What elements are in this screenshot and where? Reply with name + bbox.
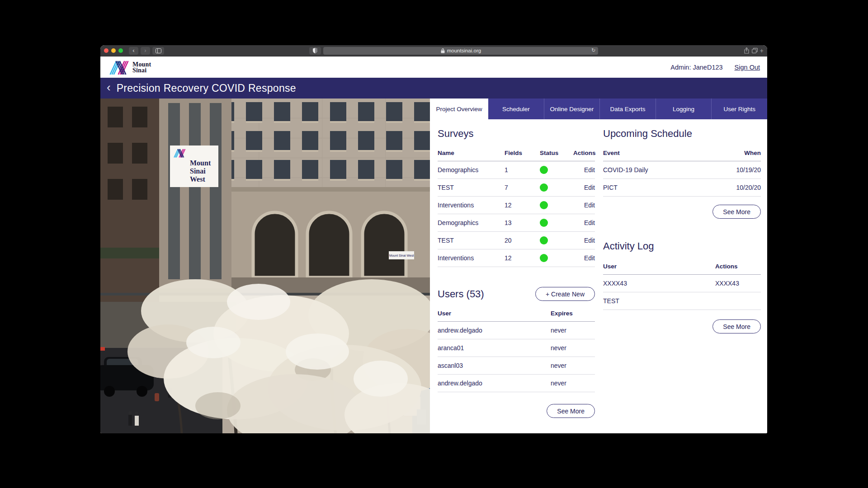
activity-col-actions: Actions [715,255,761,275]
sign-out-link[interactable]: Sign Out [735,64,760,71]
status-green-dot [540,166,548,174]
status-green-dot [540,219,548,227]
tab-user-rights[interactable]: User Rights [711,99,767,119]
schedule-row: COVID-19 Daily 10/19/20 [603,161,761,179]
site-header: Mount Sinai Admin: JaneD123 Sign Out [100,56,767,78]
page-title-bar: ‹ Precision Recovery COVID Response [100,78,767,99]
sidebar-toggle-icon[interactable] [152,47,164,55]
building-photo: Mount Sinai West [100,99,430,433]
svg-text:West: West [190,175,205,183]
share-icon[interactable] [744,47,750,54]
survey-row: Interventions 12 Edit [438,249,595,267]
status-green-dot [540,201,548,209]
activity-row: XXXX43 XXXX43 [603,275,761,292]
address-bar[interactable]: mountsinai.org ↻ [323,47,598,55]
admin-user-label: Admin: JaneD123 [670,64,722,71]
tab-project-overview[interactable]: Project Overview [430,99,488,119]
window-close-button[interactable] [104,48,108,53]
reload-icon[interactable]: ↻ [591,47,595,53]
url-text: mountsinai.org [447,48,481,53]
survey-row: Demographics 13 Edit [438,214,595,232]
browser-forward-button[interactable]: › [141,47,150,55]
users-col-user: User [438,303,551,322]
user-row: andrew.delgado never [438,375,595,392]
window-minimize-button[interactable] [111,48,116,53]
edit-link[interactable]: Edit [573,214,595,232]
survey-row: Demographics 1 Edit [438,161,595,179]
tab-online-designer[interactable]: Online Designer [544,99,600,119]
surveys-table: Name Fields Status Actions Demographics … [438,142,595,267]
schedule-table: Event When COVID-19 Daily 10/19/20 PICT [603,142,761,197]
tab-logging[interactable]: Logging [656,99,712,119]
browser-window: ‹ › mountsinai.org ↻ + [100,45,767,433]
small-entrance-sign: Mount Sinai West [389,251,414,259]
user-row: ascanl03 never [438,357,595,375]
window-controls [104,48,123,53]
mount-sinai-logo-text: Mount Sinai [132,61,151,73]
activity-see-more-button[interactable]: See More [712,319,761,333]
svg-text:Mount: Mount [190,159,211,167]
user-row: aranca01 never [438,339,595,357]
status-green-dot [540,183,548,192]
back-chevron-icon[interactable]: ‹ [107,81,111,93]
svg-text:Sinai: Sinai [190,167,206,175]
surveys-heading: Surveys [438,128,595,140]
edit-link[interactable]: Edit [573,179,595,197]
desktop-background: ‹ › mountsinai.org ↻ + [0,0,868,488]
activity-table: User Actions XXXX43 XXXX43 TEST [603,255,761,310]
status-green-dot [540,254,548,262]
tab-data-exports[interactable]: Data Exports [599,99,656,119]
mount-sinai-logo-mark [109,60,129,75]
create-new-button[interactable]: + Create New [535,287,595,301]
edit-link[interactable]: Edit [573,249,595,267]
surveys-col-actions: Actions [573,142,595,161]
surveys-col-status: Status [540,142,573,161]
lock-icon [441,48,445,53]
users-see-more-button[interactable]: See More [547,404,595,418]
schedule-row: PICT 10/20/20 [603,179,761,197]
mount-sinai-logo[interactable]: Mount Sinai [109,60,151,75]
status-green-dot [540,236,548,244]
browser-back-button[interactable]: ‹ [129,47,138,55]
surveys-col-name: Name [438,142,505,161]
edit-link[interactable]: Edit [573,161,595,179]
browser-toolbar: ‹ › mountsinai.org ↻ + [100,45,767,56]
page-title: Precision Recovery COVID Response [117,82,296,94]
new-tab-icon[interactable]: + [760,47,764,54]
users-heading: Users (53) [438,288,484,300]
activity-col-user: User [603,255,715,275]
tab-scheduler[interactable]: Scheduler [488,99,544,119]
schedule-col-when: When [707,142,761,161]
edit-link[interactable]: Edit [573,197,595,214]
users-table: User Expires andrew.delgado never aranca… [438,303,595,392]
svg-text:Mount Sinai West: Mount Sinai West [389,254,414,257]
activity-row: TEST [603,292,761,310]
edit-link[interactable]: Edit [573,232,595,249]
tab-overview-icon[interactable] [752,48,758,53]
schedule-col-event: Event [603,142,707,161]
mount-sinai-west-banner: Mount Sinai West [170,145,218,187]
schedule-see-more-button[interactable]: See More [712,205,761,219]
users-col-expires: Expires [551,303,595,322]
tab-bar: Project Overview Scheduler Online Design… [430,99,767,119]
user-row: andrew.delgado never [438,322,595,339]
activity-log-heading: Activity Log [603,240,761,252]
surveys-col-fields: Fields [505,142,540,161]
main-panel: Project Overview Scheduler Online Design… [430,99,767,433]
window-zoom-button[interactable] [118,48,123,53]
survey-row: TEST 20 Edit [438,232,595,249]
privacy-shield-icon[interactable] [309,47,321,55]
survey-row: Interventions 12 Edit [438,197,595,214]
upcoming-schedule-heading: Upcoming Schedule [603,128,761,140]
survey-row: TEST 7 Edit [438,179,595,197]
